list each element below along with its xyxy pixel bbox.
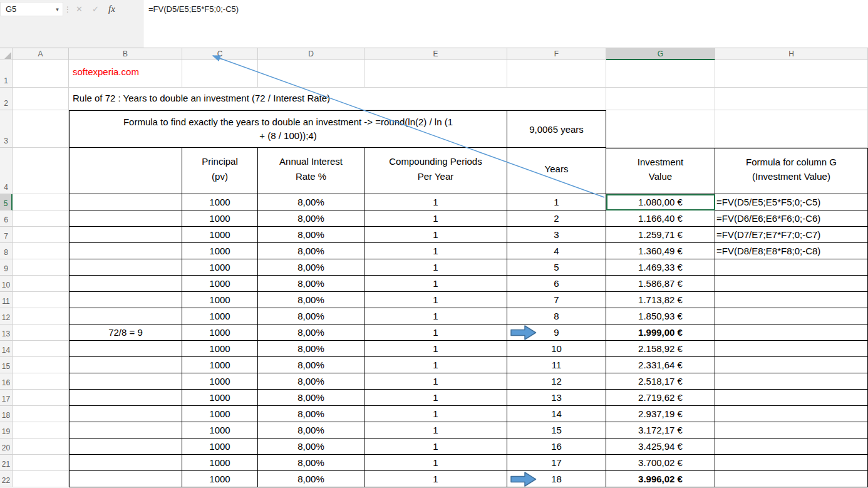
cell-years[interactable]: 5 bbox=[507, 259, 606, 276]
cell-years[interactable]: 9 bbox=[507, 324, 606, 341]
cell[interactable] bbox=[13, 308, 69, 324]
exact-years-cell[interactable]: 9,0065 years bbox=[507, 110, 606, 148]
cell-b-note[interactable] bbox=[69, 455, 182, 471]
cell[interactable] bbox=[13, 324, 69, 341]
cell[interactable] bbox=[13, 292, 69, 308]
cell[interactable] bbox=[13, 422, 69, 439]
row-header[interactable]: 2 bbox=[0, 88, 13, 110]
cell-value[interactable]: 3.425,94 € bbox=[606, 439, 715, 455]
cell-b-note[interactable] bbox=[69, 292, 182, 308]
cell-principal[interactable]: 1000 bbox=[182, 227, 258, 243]
cell-principal[interactable]: 1000 bbox=[182, 357, 258, 373]
cell-periods[interactable]: 1 bbox=[364, 243, 507, 259]
column-header-g-selected[interactable]: G bbox=[606, 48, 715, 60]
cell-periods[interactable]: 1 bbox=[364, 227, 507, 243]
header-rate[interactable]: Annual Interest Rate % bbox=[258, 148, 364, 194]
cell-periods[interactable]: 1 bbox=[364, 341, 507, 357]
cell-years[interactable]: 2 bbox=[507, 210, 606, 227]
cell-rate[interactable]: 8,00% bbox=[258, 210, 364, 227]
column-header-a[interactable]: A bbox=[13, 48, 69, 60]
cell-principal[interactable]: 1000 bbox=[182, 308, 258, 324]
cell-years[interactable]: 13 bbox=[507, 390, 606, 406]
cell-principal[interactable]: 1000 bbox=[182, 194, 258, 210]
cell-rate[interactable]: 8,00% bbox=[258, 439, 364, 455]
cell[interactable] bbox=[13, 227, 69, 243]
formula-note-cell[interactable]: Formula to find exactly the years to dou… bbox=[69, 110, 507, 148]
cell[interactable] bbox=[13, 60, 69, 88]
cell[interactable] bbox=[715, 60, 868, 88]
cell-years[interactable]: 12 bbox=[507, 373, 606, 390]
cell-value[interactable]: 2.331,64 € bbox=[606, 357, 715, 373]
cell-b-note[interactable] bbox=[69, 406, 182, 422]
cell-rate[interactable]: 8,00% bbox=[258, 390, 364, 406]
cell-years[interactable]: 4 bbox=[507, 243, 606, 259]
column-header-h[interactable]: H bbox=[715, 48, 868, 60]
cell-periods[interactable]: 1 bbox=[364, 324, 507, 341]
cell-formula[interactable] bbox=[715, 373, 868, 390]
row-header[interactable]: 21 bbox=[0, 455, 13, 471]
cell-b-note[interactable] bbox=[69, 276, 182, 292]
cell-years[interactable]: 3 bbox=[507, 227, 606, 243]
cell-value[interactable]: 1.850,93 € bbox=[606, 308, 715, 324]
cell-years[interactable]: 15 bbox=[507, 422, 606, 439]
cell-principal[interactable]: 1000 bbox=[182, 324, 258, 341]
row-header[interactable]: 22 bbox=[0, 471, 13, 487]
cell-value[interactable]: 2.158,92 € bbox=[606, 341, 715, 357]
cell[interactable] bbox=[13, 357, 69, 373]
column-header-b[interactable]: B bbox=[69, 48, 182, 60]
cell-years[interactable]: 1 bbox=[507, 194, 606, 210]
cell-periods[interactable]: 1 bbox=[364, 194, 507, 210]
row-header[interactable]: 18 bbox=[0, 406, 13, 422]
row-header[interactable]: 19 bbox=[0, 422, 13, 439]
cell-principal[interactable]: 1000 bbox=[182, 406, 258, 422]
cell-periods[interactable]: 1 bbox=[364, 455, 507, 471]
row-header[interactable]: 8 bbox=[0, 243, 13, 259]
cell-value[interactable]: 3.700,02 € bbox=[606, 455, 715, 471]
row-header[interactable]: 5 bbox=[0, 194, 13, 210]
cell-years[interactable]: 18 bbox=[507, 471, 606, 487]
cell-rate[interactable]: 8,00% bbox=[258, 341, 364, 357]
cell-formula[interactable] bbox=[715, 422, 868, 439]
cell-rate[interactable]: 8,00% bbox=[258, 471, 364, 487]
cell[interactable] bbox=[13, 471, 69, 487]
name-box[interactable]: G5 ▾ bbox=[0, 2, 63, 16]
cell-periods[interactable]: 1 bbox=[364, 439, 507, 455]
cell-principal[interactable]: 1000 bbox=[182, 210, 258, 227]
cell-rate[interactable]: 8,00% bbox=[258, 357, 364, 373]
cell-value[interactable]: 1.469,33 € bbox=[606, 259, 715, 276]
header-principal[interactable]: Principal (pv) bbox=[182, 148, 258, 194]
select-all-button[interactable] bbox=[0, 48, 13, 60]
cell-rate[interactable]: 8,00% bbox=[258, 259, 364, 276]
cell-periods[interactable]: 1 bbox=[364, 390, 507, 406]
cell[interactable] bbox=[13, 110, 69, 148]
cell-principal[interactable]: 1000 bbox=[182, 471, 258, 487]
cell-periods[interactable]: 1 bbox=[364, 357, 507, 373]
row-header[interactable]: 15 bbox=[0, 357, 13, 373]
cell-principal[interactable]: 1000 bbox=[182, 292, 258, 308]
cell-formula[interactable]: =FV(D5/E5;E5*F5;0;-C5) bbox=[715, 194, 868, 210]
cell-value[interactable]: 1.166,40 € bbox=[606, 210, 715, 227]
cell-b-note[interactable] bbox=[69, 357, 182, 373]
cell-principal[interactable]: 1000 bbox=[182, 455, 258, 471]
cell-principal[interactable]: 1000 bbox=[182, 422, 258, 439]
cell-principal[interactable]: 1000 bbox=[182, 439, 258, 455]
cell[interactable] bbox=[13, 439, 69, 455]
cell-b-note[interactable] bbox=[69, 243, 182, 259]
cell-rate[interactable]: 8,00% bbox=[258, 406, 364, 422]
header-value[interactable]: Investment Value bbox=[606, 148, 715, 194]
row-header[interactable]: 12 bbox=[0, 308, 13, 324]
cell-b-note[interactable] bbox=[69, 471, 182, 487]
cell-periods[interactable]: 1 bbox=[364, 210, 507, 227]
cell-value[interactable]: 1.360,49 € bbox=[606, 243, 715, 259]
cell-rate[interactable]: 8,00% bbox=[258, 324, 364, 341]
cell[interactable] bbox=[13, 243, 69, 259]
row-header[interactable]: 14 bbox=[0, 341, 13, 357]
name-box-dropdown-icon[interactable]: ▾ bbox=[52, 3, 63, 16]
cell-periods[interactable]: 1 bbox=[364, 292, 507, 308]
formula-bar-drag-handle-icon[interactable]: ⋮ bbox=[65, 2, 71, 16]
cell-b-note[interactable] bbox=[69, 210, 182, 227]
cell-b-note[interactable]: 72/8 = 9 bbox=[69, 324, 182, 341]
cell[interactable] bbox=[13, 194, 69, 210]
enter-icon[interactable]: ✓ bbox=[88, 2, 103, 16]
formula-input[interactable]: =FV(D5/E5;E5*F5;0;-C5) bbox=[143, 0, 868, 48]
